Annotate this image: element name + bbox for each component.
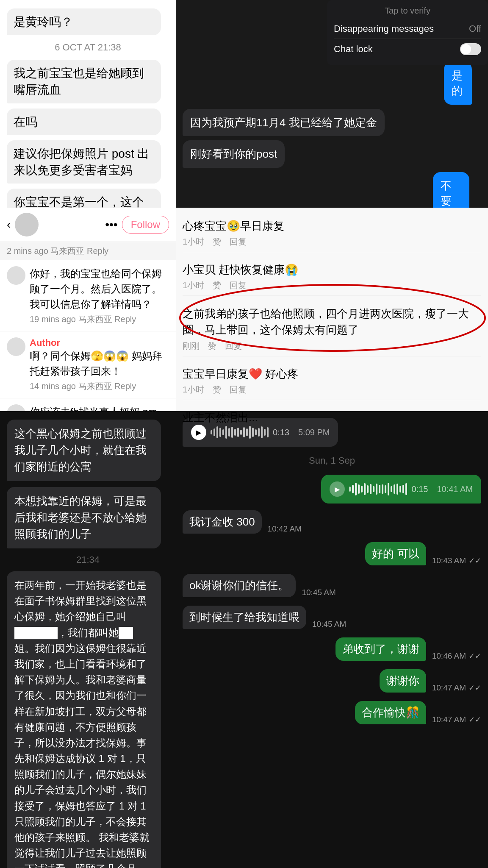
bottom-left-chat: 这个黑心保姆之前也照顾过我儿子几个小时，就住在我们家附近的公寓 本想找靠近的保姆… xyxy=(0,411,176,868)
msg-post-photo: 建议你把保姆照片 post 出来以免更多受害者宝妈 xyxy=(7,140,161,184)
timestamp-oct: 6 OCT AT 21:38 xyxy=(7,42,169,53)
waveform-sent xyxy=(349,481,407,497)
comment-2: Author 啊？同个保姆🫣😱😱 妈妈拜托赶紧带孩子回来！ 14 mins ag… xyxy=(0,331,176,398)
right-comments-panel: 心疼宝宝🥹早日康复 1小时 赞 回复 小宝贝 赶快恢复健康😭 1小时 赞 回复 … xyxy=(176,208,488,411)
msg-baby-lips: 我之前宝宝也是给她顾到嘴唇流血 xyxy=(7,60,161,103)
bottom-msg-long: 在两年前，一开始我老婆也是在面子书保姆群里找到这位黑心保姆，她介绍她自己叫███… xyxy=(7,571,161,868)
msg-br8-time: 10:47 AM xyxy=(432,683,466,693)
msg-br6-time: 10:45 AM xyxy=(312,620,346,629)
msg-br4-bubble: 好的 可以 xyxy=(365,542,426,565)
msg-due-date: 因为我预产期11月4 我已经给了她定金 xyxy=(183,109,385,136)
right-comment-4-text: 宝宝早日康复❤️ 好心疼 xyxy=(183,367,481,381)
right-comment-1-text: 心疼宝宝🥹早日康复 xyxy=(183,219,481,234)
msg-sent-yes: 是的 xyxy=(444,62,472,105)
bottom-right-chat: ▶ xyxy=(176,411,488,868)
msg-saw-post: 刚好看到你的post xyxy=(183,140,285,167)
rc4-time: 1小时 xyxy=(183,384,204,395)
comment-1-text: 你好，我的宝宝也给同个保姆顾了一个月。然后入医院了。我可以信息你了解详情吗？ xyxy=(30,266,169,312)
right-comment-5-text: 业主不然泪出... xyxy=(183,410,481,425)
right-comment-1: 心疼宝宝🥹早日康复 1小时 赞 回复 xyxy=(183,214,481,252)
chatlock-toggle[interactable] xyxy=(460,43,481,55)
chatlock-row[interactable]: Chat lock xyxy=(334,39,481,59)
reply-link-1[interactable]: Reply xyxy=(114,314,136,324)
reply-link-2[interactable]: Reply xyxy=(114,381,136,391)
commenter-avatar-2 xyxy=(7,337,25,356)
rc4-like[interactable]: 赞 xyxy=(213,384,221,395)
commenter-avatar-1 xyxy=(7,266,25,285)
rc1-like[interactable]: 赞 xyxy=(213,236,221,248)
msg-is-huangling: 是黄玲吗？ xyxy=(7,8,161,35)
rc2-time: 1小时 xyxy=(183,280,204,291)
right-comment-3-highlighted: 之前我弟的孩子也给他照顾，四个月进两次医院，瘦了一大圈，马上带回，这个保姆太有问… xyxy=(183,302,481,356)
checkmarks-br4: ✓✓ xyxy=(469,556,481,565)
msg-br9-bubble: 合作愉快🎊 xyxy=(355,701,426,724)
right-comment-2: 小宝贝 赶快恢复健康😭 1小时 赞 回复 xyxy=(183,258,481,296)
msg-row-br3: 我订金收 300 10:42 AM xyxy=(183,510,481,534)
msg-br9-time: 10:47 AM xyxy=(432,715,466,724)
follow-button[interactable]: Follow xyxy=(122,216,169,234)
comment-2-meta: 14 mins ago 马来西亚 Reply xyxy=(30,381,169,392)
msg-br3-time: 10:42 AM xyxy=(268,524,302,534)
disappearing-label: Disappearing messages xyxy=(334,23,434,34)
bottom-ts-1: 21:34 xyxy=(7,554,169,565)
msg-br3-bubble: 我订金收 300 xyxy=(183,510,262,534)
rc1-reply[interactable]: 回复 xyxy=(230,236,247,248)
msg-br7-bubble: 弟收到了，谢谢 xyxy=(336,637,426,661)
date-divider: Sun, 1 Sep xyxy=(183,455,481,466)
disappearing-value: Off xyxy=(469,23,481,34)
comment-2-text: 啊？同个保姆🫣😱😱 妈妈拜托赶紧带孩子回来！ xyxy=(30,348,169,379)
msg-br7-time: 10:46 AM xyxy=(432,651,466,661)
play-button-sent[interactable]: ▶ xyxy=(330,481,345,497)
msg-row-br9: 合作愉快🎊 10:47 AM ✓✓ xyxy=(183,701,481,724)
checkmarks-br9: ✓✓ xyxy=(469,715,481,724)
settings-mini-card: Tap to verify Disappearing messages Off … xyxy=(327,0,488,65)
right-comment-5-partial: 业主不然泪出... xyxy=(183,406,481,429)
voice-sent-wrapper: ▶ xyxy=(183,475,481,504)
voice-msg-time-sent: 10:41 AM xyxy=(437,484,473,494)
msg-row-br5: ok谢谢你们的信任。 10:45 AM xyxy=(183,574,481,597)
rc2-like[interactable]: 赞 xyxy=(213,280,221,291)
left-comments-panel: ‹ ••• Follow 2 mins ago 马来西亚 Reply 你好，我的… xyxy=(0,208,176,411)
rc2-reply[interactable]: 回复 xyxy=(230,280,247,291)
chatlock-label: Chat lock xyxy=(334,44,373,55)
checkmarks-br8: ✓✓ xyxy=(469,683,481,693)
top-right-chat: Tap to verify Disappearing messages Off … xyxy=(176,0,488,208)
avatar xyxy=(15,213,39,236)
rc3-like[interactable]: 赞 xyxy=(208,340,216,352)
msg-row-br6: 到时候生了给我知道喂 10:45 AM xyxy=(183,606,481,629)
checkmarks-br7: ✓✓ xyxy=(469,651,481,661)
bottom-msg-2: 本想找靠近的保姆，可是最后我和老婆还是不放心给她照顾我们的儿子 xyxy=(7,487,161,548)
msg-br8-bubble: 谢谢你 xyxy=(380,669,426,693)
rc1-time: 1小时 xyxy=(183,236,204,248)
disappearing-row[interactable]: Disappearing messages Off xyxy=(334,19,481,39)
msg-here: 在吗 xyxy=(7,108,161,135)
more-options-button[interactable]: ••• xyxy=(105,218,117,231)
right-comment-4: 宝宝早日康复❤️ 好心疼 1小时 赞 回复 xyxy=(183,362,481,400)
right-comment-2-text: 小宝贝 赶快恢复健康😭 xyxy=(183,262,481,277)
reply-time-label: 2 mins ago 马来西亚 Reply xyxy=(0,242,176,260)
comment-header: ‹ ••• Follow xyxy=(0,208,176,242)
msg-row-br4: 好的 可以 10:43 AM ✓✓ xyxy=(183,542,481,565)
right-comment-3-text: 之前我弟的孩子也给他照顾，四个月进两次医院，瘦了一大圈，马上带回，这个保姆太有问… xyxy=(183,306,481,338)
back-button[interactable]: ‹ xyxy=(7,218,11,231)
msg-row-br8: 谢谢你 10:47 AM ✓✓ xyxy=(183,669,481,693)
top-left-chat: 是黄玲吗？ 6 OCT AT 21:38 我之前宝宝也是给她顾到嘴唇流血 在吗 … xyxy=(0,0,176,208)
msg-br4-time: 10:43 AM xyxy=(432,556,466,565)
voice-duration-sent: 0:15 xyxy=(411,484,433,494)
comment-1: 你好，我的宝宝也给同个保姆顾了一个月。然后入医院了。我可以信息你了解详情吗？ 1… xyxy=(0,260,176,331)
voice-sent: ▶ xyxy=(321,475,481,504)
rc3-reply[interactable]: 回复 xyxy=(225,340,242,352)
msg-br5-time: 10:45 AM xyxy=(302,588,336,597)
msg-row-br7: 弟收到了，谢谢 10:46 AM ✓✓ xyxy=(183,637,481,661)
author-badge: Author xyxy=(30,337,60,348)
bottom-msg-1: 这个黑心保姆之前也照顾过我儿子几个小时，就住在我们家附近的公寓 xyxy=(7,420,161,481)
rc4-reply[interactable]: 回复 xyxy=(230,384,247,395)
msg-br5-bubble: ok谢谢你们的信任。 xyxy=(183,574,296,597)
tap-to-verify: Tap to verify xyxy=(334,6,481,16)
comment-1-meta: 19 mins ago 马来西亚 Reply xyxy=(30,314,169,325)
msg-br6-bubble: 到时候生了给我知道喂 xyxy=(183,606,306,629)
rc3-time: 刚刚 xyxy=(183,340,200,352)
